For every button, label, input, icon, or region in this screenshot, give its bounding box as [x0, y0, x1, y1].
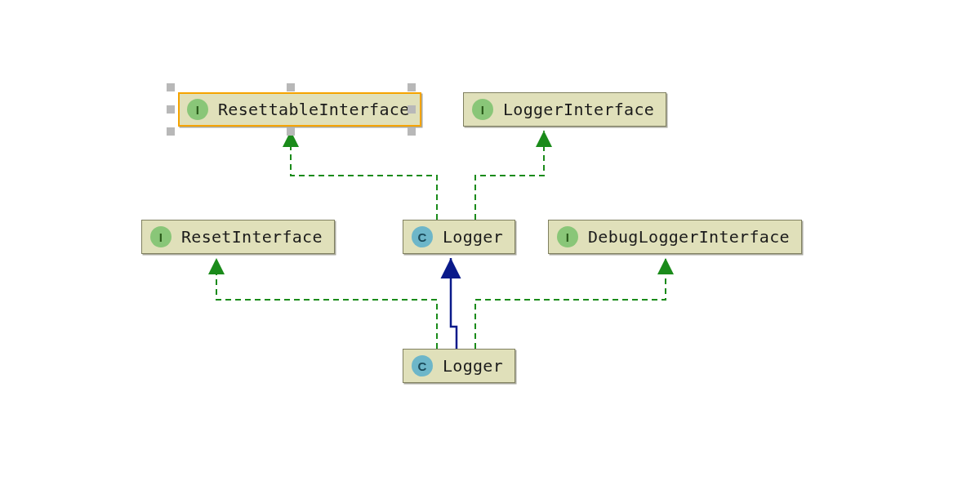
- selection-handle[interactable]: [408, 83, 416, 91]
- edge-implements: [475, 258, 666, 349]
- uml-diagram-canvas[interactable]: I ResettableInterface I LoggerInterface …: [0, 0, 980, 490]
- edge-implements: [475, 131, 544, 220]
- node-logger-mid[interactable]: C Logger: [403, 220, 515, 254]
- interface-badge-icon: I: [557, 226, 578, 247]
- interface-badge-icon: I: [150, 226, 172, 247]
- selection-handle[interactable]: [408, 105, 416, 114]
- node-label: ResettableInterface: [218, 100, 409, 119]
- edge-implements: [291, 131, 437, 220]
- edge-implements: [216, 258, 437, 349]
- node-logger-bottom[interactable]: C Logger: [403, 349, 515, 383]
- node-label: DebugLoggerInterface: [588, 227, 790, 247]
- node-label: Logger: [443, 356, 503, 376]
- selection-handle[interactable]: [167, 105, 175, 114]
- node-label: ResetInterface: [181, 227, 323, 247]
- node-reset-interface[interactable]: I ResetInterface: [141, 220, 335, 254]
- selection-handle[interactable]: [167, 83, 175, 91]
- node-logger-interface[interactable]: I LoggerInterface: [463, 92, 666, 127]
- interface-badge-icon: I: [187, 99, 208, 120]
- node-label: Logger: [443, 227, 503, 247]
- node-resettable-interface[interactable]: I ResettableInterface: [178, 92, 421, 127]
- selection-handle[interactable]: [167, 127, 175, 136]
- interface-badge-icon: I: [472, 99, 493, 120]
- selection-handle[interactable]: [408, 127, 416, 136]
- selection-handle[interactable]: [287, 83, 295, 91]
- class-badge-icon: C: [412, 355, 433, 376]
- node-label: LoggerInterface: [503, 100, 654, 119]
- selection-handle[interactable]: [287, 127, 295, 136]
- node-debug-logger-interface[interactable]: I DebugLoggerInterface: [548, 220, 802, 254]
- class-badge-icon: C: [412, 226, 433, 247]
- edge-extends: [451, 258, 457, 349]
